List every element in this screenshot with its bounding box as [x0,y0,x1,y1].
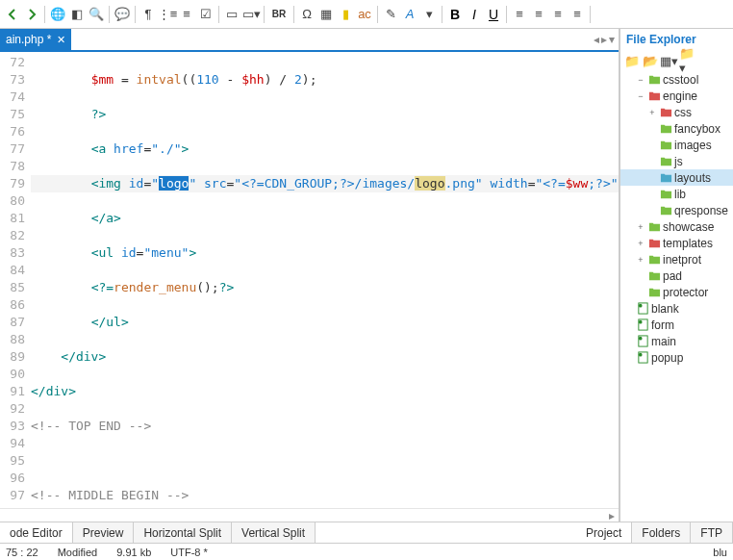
prev-tab-icon[interactable]: ◂ [594,33,599,46]
svg-point-7 [638,353,642,357]
browser-icon[interactable]: 🌐 [49,6,66,23]
number-list-icon[interactable]: ≡ [178,6,195,23]
panel-title: File Explorer [620,29,733,50]
line-gutter: 7273747576777879808182838485868788899091… [0,52,31,508]
folder-icon[interactable]: 📁 [624,53,640,68]
bold-button[interactable]: B [446,6,464,23]
file-tree[interactable]: −csstool−engine+cssfancyboximagesjslayou… [620,71,733,522]
marker-icon[interactable]: ▮ [337,6,354,23]
tree-label: blank [651,302,679,316]
forward-icon[interactable] [23,6,40,23]
view-icon[interactable]: ▦▾ [661,53,676,68]
folder-green-icon [647,73,661,87]
comment-icon[interactable]: 💬 [114,6,131,23]
pilcrow-icon[interactable]: ¶ [139,6,157,23]
tree-item-qresponse[interactable]: qresponse [620,202,733,218]
folder-green-icon [647,220,661,234]
tree-label: images [674,139,712,152]
tree-item-popup[interactable]: popup [620,349,733,366]
expand-icon[interactable]: + [636,255,645,265]
horizontal-scrollbar[interactable]: ▸ [0,508,619,522]
tree-item-templates[interactable]: +templates [620,235,733,251]
folder-drop-icon[interactable]: 📁▾ [679,53,695,68]
separator-icon [44,6,45,23]
expand-icon[interactable]: − [636,75,645,85]
separator-icon [135,6,136,23]
expand-icon[interactable]: − [636,91,645,101]
separator-icon [293,6,294,23]
tree-label: popup [651,351,683,365]
tree-item-showcase[interactable]: +showcase [620,218,733,235]
check-list-icon[interactable]: ☑ [197,6,215,23]
tree-item-fancybox[interactable]: fancybox [620,120,733,137]
editor-tab-bar: ain.php * ✕ ◂ ▸ ▾ [0,29,619,52]
tree-item-protector[interactable]: protector [620,284,733,300]
format-icon[interactable]: ac [356,6,373,23]
font-drop-icon[interactable]: ▾ [420,6,438,23]
box-icon[interactable]: ▭ [223,6,240,23]
tree-item-js[interactable]: js [620,153,733,169]
editor-view-tabs: ode Editor Preview Horizontal Split Vert… [0,522,733,543]
align-left-icon[interactable]: ≡ [511,6,528,23]
cursor-position: 75 : 22 [6,547,38,558]
folder-green-icon [647,253,661,267]
search-icon[interactable]: 🔍 [88,6,105,23]
tree-item-csstool[interactable]: −csstool [620,71,733,88]
scroll-right-icon[interactable]: ▸ [609,509,615,522]
br-button[interactable]: BR [268,6,290,23]
font-icon[interactable]: A [401,6,418,23]
editor-area: ain.php * ✕ ◂ ▸ ▾ 7273747576777879808182… [0,29,619,522]
tree-label: pad [663,269,682,283]
tree-item-main[interactable]: main [620,333,733,349]
folder-open-icon[interactable]: 📂 [643,53,658,68]
tab-horizontal-split[interactable]: Horizontal Split [134,522,232,543]
tab-menu-icon[interactable]: ▾ [609,33,615,46]
code-editor[interactable]: 7273747576777879808182838485868788899091… [0,52,619,508]
tab-ftp[interactable]: FTP [691,522,733,543]
bullet-list-icon[interactable]: ⋮≡ [159,6,176,23]
tree-label: inetprot [663,253,701,267]
svg-point-5 [638,337,642,341]
tree-item-form[interactable]: form [620,317,733,333]
tree-label: engine [663,89,697,103]
expand-icon[interactable]: + [647,108,657,117]
tree-item-blank[interactable]: blank [620,300,733,317]
tree-item-pad[interactable]: pad [620,267,733,284]
explorer-toolbar: 📁 📂 ▦▾ 📁▾ [620,50,733,71]
back-icon[interactable] [4,6,21,23]
tab-folders[interactable]: Folders [632,522,691,543]
editor-tab[interactable]: ain.php * ✕ [0,29,71,50]
italic-button[interactable]: I [466,6,483,23]
modified-status: Modified [58,547,98,558]
tree-item-css[interactable]: +css [620,104,733,120]
file-green-icon [636,302,649,316]
tree-item-inetprot[interactable]: +inetprot [620,251,733,267]
close-icon[interactable]: ✕ [57,34,65,46]
tree-item-layouts[interactable]: layouts [620,169,733,186]
tab-preview[interactable]: Preview [73,522,135,543]
tree-label: form [651,318,674,332]
tab-project[interactable]: Project [576,522,632,543]
file-size: 9.91 kb [116,547,151,558]
expand-icon[interactable]: + [636,222,645,232]
tab-code-editor[interactable]: ode Editor [0,522,73,543]
omega-icon[interactable]: Ω [298,6,316,23]
box-drop-icon[interactable]: ▭▾ [242,6,260,23]
align-right-icon[interactable]: ≡ [549,6,567,23]
tree-item-engine[interactable]: −engine [620,88,733,104]
tree-item-lib[interactable]: lib [620,186,733,202]
underline-button[interactable]: U [485,6,502,23]
pencil-icon[interactable]: ✎ [382,6,399,23]
align-center-icon[interactable]: ≡ [530,6,547,23]
toggle-icon[interactable]: ◧ [68,6,86,23]
columns-icon[interactable]: ▦ [317,6,335,23]
file-explorer-panel: File Explorer 📁 📂 ▦▾ 📁▾ −csstool−engine+… [619,29,733,522]
folder-cyan-icon [659,171,672,185]
align-justify-icon[interactable]: ≡ [569,6,586,23]
expand-icon[interactable]: + [636,239,645,248]
code-body[interactable]: $mm = intval((110 - $hh) / 2); ?> <a hre… [31,52,619,508]
tree-label: layouts [674,171,711,185]
tab-vertical-split[interactable]: Vertical Split [232,522,316,543]
next-tab-icon[interactable]: ▸ [601,33,607,46]
tree-item-images[interactable]: images [620,137,733,153]
